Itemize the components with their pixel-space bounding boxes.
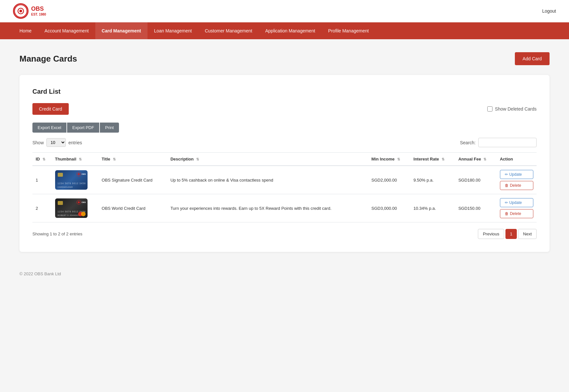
cell-interest-rate: 9.50% p.a. [410, 166, 455, 194]
nav-item-profile-management[interactable]: Profile Management [322, 22, 375, 39]
table-row: 2 OBS 1234 5678 9012 3456 ROBERT S [32, 194, 537, 222]
update-button-1[interactable]: ✏ Update [500, 170, 533, 179]
card-thumbnail-blue: OBS 1234 5678 9012 3456 CARDHOLDER [55, 170, 88, 190]
col-title: Title ⇅ [99, 153, 167, 166]
nav-item-customer-management[interactable]: Customer Management [198, 22, 259, 39]
trash-icon: 🗑 [505, 183, 509, 188]
sort-icon-annual-fee: ⇅ [483, 157, 486, 161]
cell-interest-rate: 10.34% p.a. [410, 194, 455, 222]
obs-inner-icon [78, 201, 80, 203]
nav-item-application-management[interactable]: Application Management [259, 22, 322, 39]
cell-min-income: SGD2,000.00 [368, 166, 410, 194]
copyright-text: © 2022 OBS Bank Ltd [19, 271, 61, 276]
edit-icon: ✏ [505, 172, 508, 177]
col-description: Description ⇅ [167, 153, 368, 166]
cell-title: OBS World Credit Card [99, 194, 167, 222]
navigation: Home Account Management Card Management … [0, 22, 569, 39]
logo-icon [13, 3, 29, 19]
sort-icon-id: ⇅ [42, 157, 45, 161]
obs-circle-icon [77, 172, 81, 176]
card-number-display: 1234 5678 9012 3456 [58, 182, 86, 184]
nav-item-loan-management[interactable]: Loan Management [148, 22, 198, 39]
cell-action: ✏ Update 🗑 Delete [497, 166, 537, 194]
search-input[interactable] [478, 138, 537, 147]
next-button[interactable]: Next [518, 229, 537, 239]
cardholder-name-display: ROBERT S JOHNSON [58, 214, 80, 216]
main-content: Manage Cards Add Card Card List Credit C… [0, 39, 569, 265]
site-footer: © 2022 OBS Bank Ltd [0, 265, 569, 283]
edit-icon: ✏ [505, 200, 508, 205]
cell-thumbnail: OBS 1234 5678 9012 3456 ROBERT S JOHNSON [52, 194, 99, 222]
pagination: Previous 1 Next [478, 229, 537, 239]
show-entries: Show 10 25 50 100 entries [32, 138, 82, 147]
sort-icon-title: ⇅ [113, 157, 116, 161]
cell-description: Turn your experiences into rewards. Earn… [167, 194, 368, 222]
export-pdf-button[interactable]: Export PDF [67, 123, 99, 133]
sort-icon-description: ⇅ [196, 157, 199, 161]
chip-icon [58, 173, 63, 177]
card-table: ID ⇅ Thumbnail ⇅ Title ⇅ Description ⇅ M… [32, 152, 537, 222]
print-button[interactable]: Print [100, 123, 119, 133]
show-label: Show [32, 140, 44, 145]
col-interest-rate: Interest Rate ⇅ [410, 153, 455, 166]
action-buttons: ✏ Update 🗑 Delete [500, 198, 533, 218]
show-deleted-checkbox[interactable] [487, 106, 492, 112]
logo: OBS EST. 1980 [13, 3, 46, 19]
entries-select[interactable]: 10 25 50 100 [46, 138, 66, 147]
previous-button[interactable]: Previous [478, 229, 504, 239]
cell-min-income: SGD3,000.00 [368, 194, 410, 222]
sort-icon-thumbnail: ⇅ [79, 157, 82, 161]
card-thumbnail-black: OBS 1234 5678 9012 3456 ROBERT S JOHNSON [55, 198, 88, 218]
cardholder-name-display: CARDHOLDER [58, 186, 73, 188]
svg-point-2 [19, 10, 22, 13]
show-deleted-container: Show Deleted Cards [487, 106, 537, 112]
sort-icon-min-income: ⇅ [397, 157, 400, 161]
nav-item-card-management[interactable]: Card Management [95, 22, 148, 39]
obs-inner-icon [78, 173, 80, 175]
cell-id: 2 [32, 194, 52, 222]
add-card-button[interactable]: Add Card [515, 52, 550, 65]
obs-logo: OBS [77, 200, 86, 205]
card-panel: Card List Credit Card Show Deleted Cards… [19, 75, 550, 252]
logout-button[interactable]: Logout [542, 8, 556, 14]
table-controls: Show 10 25 50 100 entries Search: [32, 138, 537, 147]
col-thumbnail: Thumbnail ⇅ [52, 153, 99, 166]
logo-text: OBS EST. 1980 [31, 6, 46, 17]
update-button-2[interactable]: ✏ Update [500, 198, 533, 207]
card-list-title: Card List [32, 88, 537, 95]
page-1-button[interactable]: 1 [505, 229, 517, 239]
action-buttons: ✏ Update 🗑 Delete [500, 170, 533, 190]
nav-item-home[interactable]: Home [13, 22, 38, 39]
entries-label: entries [68, 140, 82, 145]
obs-text: OBS [82, 173, 86, 175]
page-header: Manage Cards Add Card [19, 52, 550, 65]
delete-button-1[interactable]: 🗑 Delete [500, 181, 533, 190]
trash-icon: 🗑 [505, 211, 509, 216]
cell-annual-fee: SGD180.00 [455, 166, 497, 194]
cell-id: 1 [32, 166, 52, 194]
obs-text: OBS [82, 201, 86, 203]
export-row: Export Excel Export PDF Print [32, 123, 537, 133]
mastercard-logo [78, 212, 86, 216]
cell-title: OBS Signature Credit Card [99, 166, 167, 194]
cell-description: Up to 5% cashback on online & Visa conta… [167, 166, 368, 194]
credit-card-tab[interactable]: Credit Card [32, 103, 69, 115]
col-action: Action [497, 153, 537, 166]
page-title: Manage Cards [19, 54, 77, 64]
nav-item-account-management[interactable]: Account Management [38, 22, 95, 39]
export-excel-button[interactable]: Export Excel [32, 123, 66, 133]
col-annual-fee: Annual Fee ⇅ [455, 153, 497, 166]
cell-thumbnail: OBS 1234 5678 9012 3456 CARDHOLDER [52, 166, 99, 194]
obs-circle-icon [77, 200, 81, 205]
entries-info: Showing 1 to 2 of 2 entries [32, 232, 82, 236]
col-min-income: Min Income ⇅ [368, 153, 410, 166]
show-deleted-label: Show Deleted Cards [495, 106, 537, 112]
sort-icon-interest-rate: ⇅ [442, 157, 445, 161]
chip-icon [58, 201, 63, 205]
search-label: Search: [460, 140, 476, 145]
table-row: 1 OBS 1234 5678 9012 3456 CARDHOLD [32, 166, 537, 194]
top-header: OBS EST. 1980 Logout [0, 0, 569, 22]
delete-button-2[interactable]: 🗑 Delete [500, 209, 533, 218]
obs-logo: OBS [77, 172, 86, 176]
cell-action: ✏ Update 🗑 Delete [497, 194, 537, 222]
